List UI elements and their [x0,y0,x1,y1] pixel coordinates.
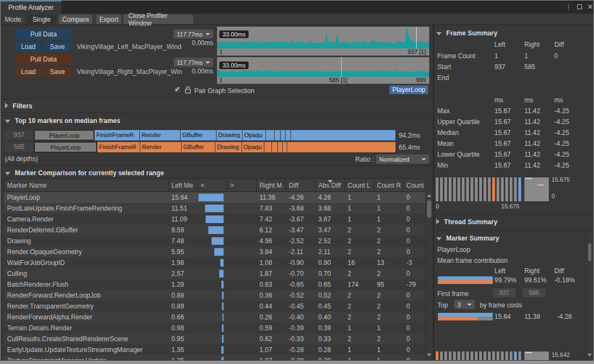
first-frame-button-right[interactable]: 585 [523,288,546,297]
table-row[interactable]: Camera.Render11.097.42-3.673.67110 [4,214,425,225]
top-n-dropdown[interactable]: 3 [454,300,475,309]
top10-header[interactable]: Top 10 markers on median frames [5,117,120,125]
column-header-count-l[interactable]: Count L [345,179,374,192]
frame-number-badge-right[interactable]: 585 [5,142,33,152]
table-row[interactable]: PostLateUpdate.FinishFrameRendering11.51… [4,203,425,214]
marker-segment[interactable] [278,142,282,152]
chevron-down-icon [467,304,472,306]
frame-summary-header[interactable]: Frame Summary [436,29,497,37]
marker-segment[interactable] [272,142,277,152]
table-row[interactable]: WaitForJobGroupID1.981.08-0.900.901613-3 [4,257,425,268]
pair-graph-selection-checkbox[interactable] [174,86,181,94]
summary-scrollbar[interactable] [586,235,592,360]
close-profiler-window-button[interactable]: Close Profiler Window [123,15,193,24]
column-header-count-r[interactable]: Count R [374,179,404,192]
scroll-down-icon[interactable] [427,354,431,356]
marker-segment[interactable]: Opaqu [243,130,265,140]
marker-segment[interactable]: GBuffer [181,130,216,140]
table-row[interactable]: PlayerLoop15.6411.38-4.264.26110 [4,192,425,203]
marker-segment[interactable] [286,130,290,140]
column-header-count-d[interactable]: Count D [404,179,426,192]
range-max-dropdown-right[interactable]: 117.77ms [174,58,213,67]
marker-segment[interactable]: FinishFrameR [97,142,140,152]
comparison-scrollbar[interactable] [425,178,432,360]
marker-segment[interactable]: Render [140,130,180,140]
dataset-filename-left: VikingVillage_Left_MacPlayer_Wind [77,43,181,51]
frame-graph-right[interactable] [217,57,429,77]
table-row[interactable]: Drawing7.484.96-2.522.52220 [4,236,425,246]
scrollbar-thumb[interactable] [427,200,431,218]
table-row[interactable]: Culling2.571.87-0.700.70220 [4,268,425,279]
column-header-right-m[interactable]: Right M [257,179,286,192]
histogram-bar [471,177,473,201]
marker-segment[interactable]: FinishFrameR [95,130,139,140]
table-row[interactable]: CullResults.CreateSharedRendererScene0.9… [4,334,425,344]
marker-segment[interactable] [266,130,274,140]
marker-segment[interactable] [281,130,285,140]
cell: 2 [374,246,403,257]
comparison-header[interactable]: Marker Comparison for currently selected… [5,169,164,177]
scroll-up-icon[interactable] [427,194,431,197]
table-row[interactable]: TextureStreamingManager.Update1.351.07-0… [4,355,425,360]
cell [227,355,256,360]
kebab-menu-icon[interactable]: ⋮ [564,3,573,11]
table-row[interactable]: Render.TransparentGeometry0.890.44-0.450… [4,301,425,312]
table-row[interactable]: RenderForward.RenderLoopJob0.880.36-0.52… [4,290,425,301]
frame-number-badge-left[interactable]: 937 [5,130,33,140]
table-row[interactable]: RenderDeferred.GBuffer9.596.12-3.473.472… [4,225,425,236]
tab-profile-analyzer[interactable]: Profile Analyzer [1,1,61,14]
mode-single-button[interactable]: Single [27,15,57,24]
cell: 0 [403,301,425,312]
ms-header-row: ms ms ms [434,96,594,106]
cell: -0.90 [286,257,315,268]
comparison-table-header[interactable]: Marker NameLeft Me<>Right MDiffAbs DiffC… [4,178,426,192]
marker-summary-header[interactable]: Marker Summary [436,235,499,242]
marker-segment[interactable]: PlayerLoop [34,130,94,140]
table-row[interactable]: EarlyUpdate.UpdateTextureStreamingManage… [4,344,425,355]
column-header--[interactable]: < [198,179,227,192]
save-button-right[interactable]: Save [44,67,71,77]
scrollbar-thumb[interactable] [588,243,591,261]
close-icon[interactable]: ✕ [586,3,594,11]
ratio-dropdown[interactable]: Normalized [376,155,429,164]
mode-compare-button[interactable]: Compare [59,15,92,24]
frame-time-boxplot[interactable] [524,177,549,201]
maximize-icon[interactable] [575,3,584,11]
thread-summary-header[interactable]: Thread Summary [436,218,497,226]
load-button-right[interactable]: Load [16,67,41,77]
marker-segment[interactable] [275,130,280,140]
frame-graph-left[interactable] [217,27,429,48]
column-header-diff[interactable]: Diff [286,179,315,192]
table-row[interactable]: BatchRenderer.Flush1.280.63-0.650.651749… [4,279,425,290]
scroll-down-icon[interactable] [587,354,592,356]
column-header--[interactable]: > [227,179,257,192]
marker-segment[interactable] [283,142,287,152]
range-max-dropdown-left[interactable]: 117.77ms [174,29,213,39]
pull-data-button-right[interactable]: Pull Data [16,54,71,65]
selected-marker-chip: PlayerLoop [389,85,428,94]
column-header-abs-diff[interactable]: Abs Diff [315,179,345,192]
marker-segment[interactable]: GBuffer [182,142,215,152]
filters-section[interactable]: Filters [1,99,433,113]
lock-icon[interactable] [184,85,191,94]
frame-summary-row-cell: 585 [524,63,535,71]
export-button[interactable]: Export [96,15,121,24]
marker-segment[interactable]: Render [140,142,181,152]
load-button-left[interactable]: Load [16,42,41,52]
marker-segment[interactable]: Drawing [215,142,242,152]
marker-segment[interactable]: Drawing [216,130,242,140]
marker-segment[interactable] [264,142,271,152]
column-header-left-me[interactable]: Left Me [169,179,198,192]
marker-segment[interactable] [287,142,395,152]
pull-data-button-left[interactable]: Pull Data [16,29,71,40]
marker-segment[interactable] [291,130,395,140]
table-row[interactable]: Terrain.Details.Render0.980.59-0.390.391… [4,323,425,334]
marker-segment[interactable]: PlayerLoop [34,142,97,152]
marker-segment[interactable]: Opaqu [242,142,264,152]
table-row[interactable]: RenderForwardAlpha.Render0.660.26-0.400.… [4,312,425,323]
table-row[interactable]: Render.OpaqueGeometry5.953.84-2.112.1122… [4,246,425,257]
cell: 0.90 [315,257,344,268]
first-frame-button-left[interactable]: 937 [493,288,516,297]
column-header-marker-name[interactable]: Marker Name [4,179,169,192]
save-button-left[interactable]: Save [44,42,71,52]
